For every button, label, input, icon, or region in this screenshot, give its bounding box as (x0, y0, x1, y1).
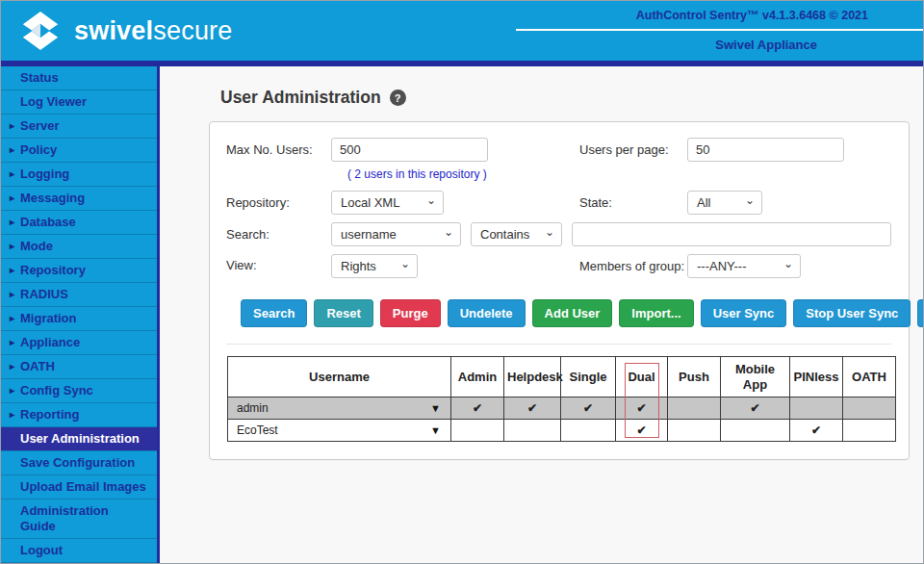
sidebar-item-status[interactable]: Status (1, 66, 157, 90)
import--button[interactable]: Import... (619, 299, 693, 327)
repository-select-value: Local XML (341, 195, 399, 210)
sidebar-item-label: OATH (20, 359, 55, 373)
sidebar-item-appliance[interactable]: ▸Appliance (1, 331, 157, 355)
sidebar-item-database[interactable]: ▸Database (1, 211, 157, 235)
sidebar-item-mode[interactable]: ▸Mode (1, 235, 157, 259)
brand: swivelsecure (18, 10, 233, 52)
sidebar-item-policy[interactable]: ▸Policy (1, 139, 157, 163)
chevron-down-icon: ⌄ (426, 195, 436, 205)
help-icon[interactable]: ? (390, 90, 406, 106)
sidebar-item-messaging[interactable]: ▸Messaging (1, 187, 157, 211)
reset-button[interactable]: Reset (314, 299, 372, 327)
members-of-group-select[interactable]: ---ANY--- ⌄ (687, 254, 801, 278)
sidebar-item-administration-guide[interactable]: Administration Guide (1, 500, 157, 539)
right-cell-dual: ✔ (616, 420, 668, 442)
brand-name-bold: swivel (74, 16, 153, 45)
submenu-arrow-icon: ▸ (10, 335, 14, 350)
sidebar-item-label: Appliance (20, 335, 80, 349)
sidebar-item-user-administration[interactable]: User Administration (1, 427, 157, 451)
sidebar-item-label: Upload Email Images (20, 479, 146, 494)
sidebar-item-label: Logging (20, 167, 69, 181)
search-label: Search: (226, 227, 331, 242)
users-table-wrap: UsernameAdminHelpdeskSingleDualPushMobil… (227, 356, 895, 442)
add-user-button[interactable]: Add User (532, 299, 613, 327)
search-button[interactable]: Search (241, 299, 307, 327)
repository-select[interactable]: Local XML ⌄ (331, 191, 444, 215)
sidebar-menu: StatusLog Viewer▸Server▸Policy▸Logging▸M… (1, 66, 157, 563)
submenu-arrow-icon: ▸ (10, 407, 14, 423)
users-per-page-label: Users per page: (579, 141, 687, 158)
table-row: EcoTest▼✔✔ (228, 420, 896, 442)
sidebar-item-label: Save Configuration (20, 455, 135, 470)
sidebar-item-save-configuration[interactable]: Save Configuration (1, 451, 157, 475)
right-cell-mobile-app (721, 420, 790, 442)
purge-button[interactable]: Purge (380, 299, 441, 327)
right-cell-dual: ✔ (616, 397, 668, 420)
sidebar-item-log-viewer[interactable]: Log Viewer (1, 90, 157, 115)
search-operator-select[interactable]: Contains ⌄ (471, 222, 562, 246)
submenu-arrow-icon: ▸ (10, 167, 14, 182)
sidebar-item-logout[interactable]: Logout (1, 539, 157, 563)
state-select-value: All (697, 195, 710, 210)
view-select-value: Rights (341, 259, 376, 273)
username-dropdown[interactable]: EcoTest▼ (228, 423, 450, 437)
submenu-arrow-icon: ▸ (10, 263, 14, 278)
right-cell-single (561, 420, 616, 442)
repository-count-note: ( 2 users in this repository ) (347, 167, 891, 181)
sidebar-item-label: RADIUS (20, 287, 68, 301)
repository-label: Repository: (226, 195, 331, 210)
column-header-pinless: PINless (790, 357, 843, 397)
check-icon: ✔ (473, 401, 482, 415)
right-cell-oath (843, 397, 896, 420)
state-label: State: (579, 194, 687, 211)
right-cell-oath (843, 420, 896, 442)
column-header-dual: Dual (616, 357, 668, 397)
right-cell-pinless (790, 397, 843, 420)
app-window: swivelsecure AuthControl Sentry™ v4.1.3.… (0, 0, 924, 564)
right-cell-helpdesk (504, 420, 561, 442)
username-text: admin (237, 401, 269, 415)
sidebar-item-server[interactable]: ▸Server (1, 115, 157, 139)
submenu-arrow-icon: ▸ (10, 383, 14, 398)
sidebar-item-migration[interactable]: ▸Migration (1, 307, 157, 331)
submenu-arrow-icon: ▸ (10, 142, 14, 158)
sidebar-item-logging[interactable]: ▸Logging (1, 163, 157, 187)
undelete-button[interactable]: Undelete (448, 299, 526, 327)
check-icon: ✔ (750, 401, 759, 415)
members-of-group-label: Members of group: (579, 254, 687, 274)
search-query-input[interactable] (572, 222, 891, 246)
state-select[interactable]: All ⌄ (687, 191, 762, 215)
right-cell-push (668, 397, 721, 420)
sidebar-item-label: Migration (20, 311, 77, 325)
sidebar-item-oath[interactable]: ▸OATH (1, 355, 157, 379)
sidebar-item-reporting[interactable]: ▸Reporting (1, 403, 157, 427)
sidebar-item-label: Administration Guide (20, 503, 109, 533)
max-users-input[interactable] (331, 138, 488, 162)
search-field-select[interactable]: username ⌄ (331, 222, 461, 246)
view-select[interactable]: Rights ⌄ (331, 254, 418, 278)
main-content: User Administration ? Max No. Users: Use… (160, 66, 923, 564)
stop-user-sync-button[interactable]: Stop User Sync (793, 299, 911, 327)
sidebar-item-label: Config Sync (20, 383, 93, 397)
users-per-page-input[interactable] (687, 138, 844, 162)
chevron-down-icon: ⌄ (444, 227, 453, 237)
submenu-arrow-icon: ▸ (10, 287, 14, 302)
column-header-push: Push (668, 357, 721, 397)
sidebar-item-radius[interactable]: ▸RADIUS (1, 283, 157, 307)
sidebar-item-label: User Administration (20, 431, 140, 446)
sidebar-item-label: Status (20, 70, 59, 85)
brand-name: swivelsecure (74, 16, 233, 46)
submenu-arrow-icon: ▸ (10, 359, 14, 374)
table-row: admin▼✔✔✔✔✔ (228, 397, 896, 420)
user-sync-button[interactable]: User Sync (701, 299, 787, 327)
right-cell-helpdesk: ✔ (504, 397, 561, 420)
right-cell-pinless: ✔ (790, 420, 843, 442)
sidebar-item-upload-email-images[interactable]: Upload Email Images (1, 475, 157, 500)
sync-count-button[interactable]: Sync Count (917, 299, 924, 327)
sidebar-item-repository[interactable]: ▸Repository (1, 259, 157, 283)
sidebar-item-config-sync[interactable]: ▸Config Sync (1, 379, 157, 403)
sidebar-item-label: Mode (20, 239, 53, 253)
username-dropdown[interactable]: admin▼ (228, 401, 450, 415)
submenu-arrow-icon: ▸ (10, 118, 14, 134)
column-header-helpdesk: Helpdesk (504, 357, 561, 397)
